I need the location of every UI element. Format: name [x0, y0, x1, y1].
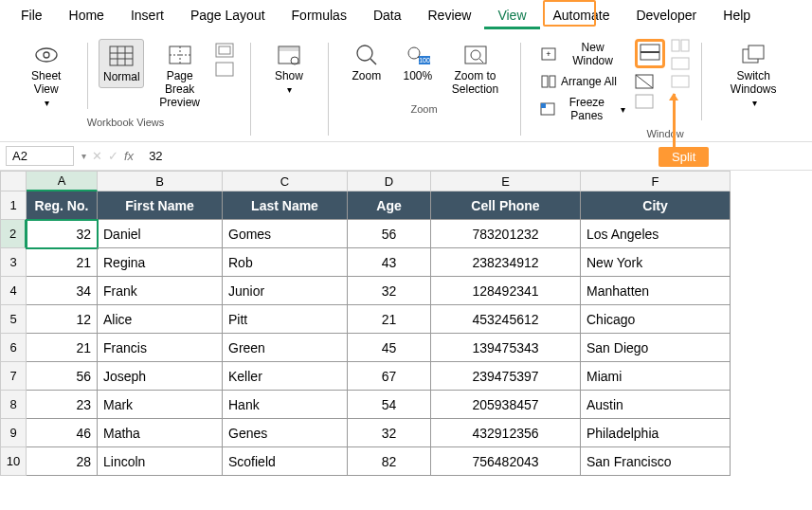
unhide-icon[interactable]	[635, 94, 665, 112]
row-header-8[interactable]: 8	[0, 391, 27, 419]
zoom-selection-button[interactable]: Zoom to Selection	[446, 39, 504, 100]
name-box[interactable]	[6, 146, 74, 166]
data-cell[interactable]: 54	[348, 391, 431, 419]
data-cell[interactable]: Manhatten	[581, 277, 731, 305]
data-cell[interactable]: San Francisco	[581, 447, 731, 476]
zoom-100-button[interactable]: 100 100%	[395, 39, 441, 86]
data-cell[interactable]: 43	[348, 248, 431, 277]
data-cell[interactable]: 12	[27, 305, 98, 334]
data-cell[interactable]: 46	[27, 419, 98, 447]
menu-automate[interactable]: Automate	[540, 4, 623, 29]
data-cell[interactable]: Pitt	[223, 305, 348, 334]
row-header-10[interactable]: 10	[0, 447, 27, 476]
data-cell[interactable]: 82	[348, 447, 431, 476]
menu-page-layout[interactable]: Page Layout	[177, 4, 279, 29]
menu-review[interactable]: Review	[415, 4, 485, 29]
select-all-corner[interactable]	[0, 171, 27, 191]
freeze-panes-button[interactable]: Freeze Panes▾	[536, 94, 628, 124]
data-cell[interactable]: Hank	[223, 391, 348, 419]
data-cell[interactable]: Junior	[223, 277, 348, 305]
col-header-C[interactable]: C	[223, 171, 348, 191]
header-cell[interactable]: City	[581, 191, 731, 220]
data-cell[interactable]: Joseph	[98, 362, 223, 391]
formula-value[interactable]: 32	[139, 147, 171, 165]
normal-view-button[interactable]: Normal	[99, 39, 144, 88]
data-cell[interactable]: Keller	[223, 362, 348, 391]
page-layout-icon[interactable]	[215, 43, 234, 58]
hide-icon[interactable]	[635, 74, 665, 92]
data-cell[interactable]: 21	[27, 248, 98, 277]
data-cell[interactable]: 239475397	[431, 362, 581, 391]
menu-view[interactable]: View	[484, 4, 539, 29]
data-cell[interactable]: 238234912	[431, 248, 581, 277]
arrange-all-button[interactable]: Arrange All	[536, 71, 628, 92]
menu-help[interactable]: Help	[710, 4, 764, 29]
data-cell[interactable]: 45	[348, 334, 431, 362]
row-header-4[interactable]: 4	[0, 277, 27, 305]
switch-windows-button[interactable]: Switch Windows▾	[713, 39, 794, 112]
data-cell[interactable]: 67	[348, 362, 431, 391]
zoom-button[interactable]: Zoom	[344, 39, 389, 86]
data-cell[interactable]: 432912356	[431, 419, 581, 447]
menu-formulas[interactable]: Formulas	[279, 4, 360, 29]
enter-icon[interactable]: ✓	[108, 149, 118, 163]
page-break-button[interactable]: Page Break Preview	[150, 39, 209, 113]
data-cell[interactable]: 56	[27, 362, 98, 391]
row-header-6[interactable]: 6	[0, 334, 27, 362]
menu-home[interactable]: Home	[56, 4, 117, 29]
new-window-button[interactable]: +New Window	[536, 39, 628, 69]
data-cell[interactable]: Alice	[98, 305, 223, 334]
data-cell[interactable]: Miami	[581, 362, 731, 391]
header-cell[interactable]: First Name	[98, 191, 223, 220]
header-cell[interactable]: Last Name	[223, 191, 348, 220]
row-header-7[interactable]: 7	[0, 362, 27, 391]
row-header-3[interactable]: 3	[0, 248, 27, 277]
data-cell[interactable]: Rob	[223, 248, 348, 277]
data-cell[interactable]: 32	[27, 220, 98, 248]
data-cell[interactable]: 756482043	[431, 447, 581, 476]
row-header-9[interactable]: 9	[0, 419, 27, 447]
header-cell[interactable]: Reg. No.	[27, 191, 98, 220]
data-cell[interactable]: 32	[348, 277, 431, 305]
data-cell[interactable]: 205938457	[431, 391, 581, 419]
data-cell[interactable]: 128492341	[431, 277, 581, 305]
data-cell[interactable]: Lincoln	[98, 447, 223, 476]
data-cell[interactable]: 139475343	[431, 334, 581, 362]
data-cell[interactable]: 21	[348, 305, 431, 334]
data-cell[interactable]: Matha	[98, 419, 223, 447]
data-cell[interactable]: Philadelphia	[581, 419, 731, 447]
col-header-E[interactable]: E	[431, 171, 581, 191]
data-cell[interactable]: New York	[581, 248, 731, 277]
header-cell[interactable]: Cell Phone	[431, 191, 581, 220]
data-cell[interactable]: Daniel	[98, 220, 223, 248]
row-header-2[interactable]: 2	[0, 220, 27, 248]
menu-data[interactable]: Data	[360, 4, 415, 29]
header-cell[interactable]: Age	[348, 191, 431, 220]
data-cell[interactable]: Los Angeles	[581, 220, 731, 248]
data-cell[interactable]: Frank	[98, 277, 223, 305]
data-cell[interactable]: Francis	[98, 334, 223, 362]
row-header-5[interactable]: 5	[0, 305, 27, 334]
data-cell[interactable]: 23	[27, 391, 98, 419]
sheet-view-button[interactable]: Sheet View▾	[17, 39, 76, 112]
data-cell[interactable]: 783201232	[431, 220, 581, 248]
data-cell[interactable]: 56	[348, 220, 431, 248]
show-button[interactable]: Show▾	[266, 39, 312, 99]
data-cell[interactable]: 34	[27, 277, 98, 305]
cancel-icon[interactable]: ✕	[92, 149, 102, 163]
menu-developer[interactable]: Developer	[623, 4, 710, 29]
data-cell[interactable]: San Diego	[581, 334, 731, 362]
data-cell[interactable]: Green	[223, 334, 348, 362]
row-header-1[interactable]: 1	[0, 191, 27, 220]
fx-icon[interactable]: fx	[124, 149, 134, 163]
col-header-F[interactable]: F	[581, 171, 731, 191]
data-cell[interactable]: Regina	[98, 248, 223, 277]
custom-views-icon[interactable]	[215, 62, 234, 77]
data-cell[interactable]: Chicago	[581, 305, 731, 334]
data-cell[interactable]: Scofield	[223, 447, 348, 476]
menu-insert[interactable]: Insert	[117, 4, 177, 29]
data-cell[interactable]: 28	[27, 447, 98, 476]
col-header-B[interactable]: B	[98, 171, 223, 191]
data-cell[interactable]: Genes	[223, 419, 348, 447]
data-cell[interactable]: Mark	[98, 391, 223, 419]
